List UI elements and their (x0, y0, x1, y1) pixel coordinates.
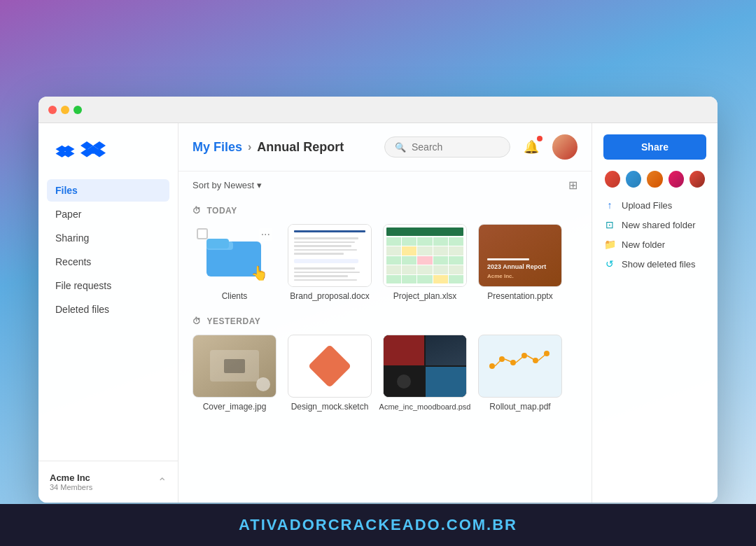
dropbox-logo-icon (52, 137, 78, 162)
content-header: My Files › Annual Report 🔍 🔔 (178, 123, 592, 172)
sidebar-item-recents[interactable]: Recents (47, 251, 169, 273)
moodboard-thumb (383, 335, 467, 398)
breadcrumb-current: Annual Report (257, 140, 344, 155)
svg-rect-8 (206, 239, 229, 248)
file-card-project-plan[interactable]: Project_plan.xlsx (383, 224, 467, 302)
title-bar (38, 97, 718, 123)
shared-folder-icon: ⊡ (603, 218, 616, 231)
file-card-rollout-map[interactable]: Rollout_map.pdf (478, 335, 562, 413)
collaborator-avatar-4 (667, 169, 685, 189)
collaborator-avatar-3 (645, 169, 664, 189)
app-body: Files Paper Sharing Recents File request… (38, 123, 718, 503)
search-icon: 🔍 (395, 142, 406, 153)
breadcrumb-separator: › (248, 141, 251, 153)
notification-badge (537, 136, 542, 141)
breadcrumb-parent[interactable]: My Files (192, 140, 242, 155)
workspace-info: Acme Inc 34 Members (50, 472, 92, 491)
search-input[interactable] (412, 141, 496, 153)
folder-icon (206, 233, 262, 279)
user-avatar[interactable] (552, 134, 578, 160)
sort-chevron-icon: ▾ (257, 180, 262, 190)
file-card-brand-proposal[interactable]: Brand_proposal.docx (288, 224, 372, 302)
section-yesterday: ⏱ YESTERDAY (192, 316, 578, 326)
sort-label: Sort by Newest (192, 180, 254, 190)
file-card-clients[interactable]: ··· 👆 Clients (192, 224, 276, 302)
sidebar-footer: Acme Inc 34 Members ⌃ (38, 461, 178, 503)
file-name-rollout-map: Rollout_map.pdf (489, 402, 550, 413)
file-name-moodboard: Acme_inc_moodboard.psd (379, 402, 471, 412)
svg-point-13 (510, 360, 516, 365)
file-card-design-mock[interactable]: Design_mock.sketch (288, 335, 372, 413)
close-button[interactable] (48, 106, 57, 114)
section-clock-icon: ⏱ (192, 206, 202, 216)
content-toolbar: Sort by Newest ▾ ⊞ (178, 172, 592, 199)
project-plan-thumb (383, 224, 467, 287)
upload-files-action[interactable]: ↑ Upload Files (603, 199, 706, 211)
upload-files-label: Upload Files (622, 200, 672, 211)
file-name-brand-proposal: Brand_proposal.docx (290, 291, 369, 302)
breadcrumb: My Files › Annual Report (192, 140, 344, 155)
file-card-moodboard[interactable]: Acme_inc_moodboard.psd (383, 335, 467, 413)
brand-proposal-thumb (288, 224, 372, 287)
sidebar-item-deleted-files[interactable]: Deleted files (47, 298, 169, 321)
new-shared-folder-action[interactable]: ⊡ New shared folder (603, 218, 706, 231)
sidebar-navigation: Files Paper Sharing Recents File request… (38, 179, 178, 461)
notifications-button[interactable]: 🔔 (519, 134, 544, 160)
workspace-chevron-icon[interactable]: ⌃ (158, 475, 167, 489)
deleted-files-icon: ↺ (603, 258, 616, 270)
sidebar-item-files[interactable]: Files (47, 179, 169, 202)
file-name-project-plan: Project_plan.xlsx (393, 291, 457, 302)
yesterday-file-grid: Cover_image.jpg Design_mock.sketch (192, 335, 578, 413)
panel-actions: ↑ Upload Files ⊡ New shared folder 📁 New… (603, 199, 706, 270)
file-name-clients: Clients (222, 291, 248, 302)
sidebar-item-file-requests[interactable]: File requests (47, 274, 169, 297)
clients-more-icon[interactable]: ··· (259, 228, 272, 241)
view-toggle-button[interactable]: ⊞ (568, 178, 578, 192)
upload-icon: ↑ (603, 199, 616, 211)
file-card-presentation[interactable]: 2023 Annual Report Acme Inc. Presentatio… (478, 224, 562, 302)
workspace-name: Acme Inc (50, 472, 92, 483)
sort-button[interactable]: Sort by Newest ▾ (192, 180, 262, 190)
section-yesterday-label: YESTERDAY (207, 316, 261, 326)
design-mock-thumb (288, 335, 372, 398)
new-folder-icon: 📁 (603, 238, 616, 251)
file-card-cover-image[interactable]: Cover_image.jpg (192, 335, 276, 413)
sidebar: Files Paper Sharing Recents File request… (38, 123, 178, 503)
rollout-chart-svg (485, 345, 555, 387)
maximize-button[interactable] (74, 106, 82, 114)
bottom-banner-text: ATIVADORCRACKEADO.COM.BR (239, 516, 517, 534)
minimize-button[interactable] (61, 106, 69, 114)
svg-point-9 (489, 363, 495, 369)
section-today-label: TODAY (207, 206, 237, 216)
file-name-cover-image: Cover_image.jpg (203, 402, 267, 413)
svg-point-15 (522, 353, 527, 358)
clients-checkbox[interactable] (197, 228, 208, 239)
clients-folder-thumb: ··· 👆 (192, 224, 276, 287)
traffic-lights (48, 106, 82, 114)
dropbox-icon (80, 137, 106, 162)
svg-point-17 (533, 358, 538, 363)
collaborator-avatar-2 (624, 169, 643, 189)
collaborators-avatars (603, 169, 706, 189)
right-panel: Share ↑ Upload Files ⊡ New shared folder (592, 123, 718, 503)
main-content: My Files › Annual Report 🔍 🔔 (178, 123, 592, 503)
sidebar-logo (38, 137, 178, 179)
show-deleted-action[interactable]: ↺ Show deleted files (603, 258, 706, 270)
section-today: ⏱ TODAY (192, 206, 578, 216)
new-folder-action[interactable]: 📁 New folder (603, 238, 706, 251)
section-clock-icon-2: ⏱ (192, 316, 202, 326)
sidebar-item-sharing[interactable]: Sharing (47, 227, 169, 249)
svg-point-19 (544, 351, 550, 356)
sidebar-item-paper[interactable]: Paper (47, 203, 169, 225)
new-shared-folder-label: New shared folder (622, 220, 696, 230)
workspace-members: 34 Members (50, 483, 92, 491)
file-name-design-mock: Design_mock.sketch (291, 402, 369, 413)
file-name-presentation: Presentation.pptx (487, 291, 552, 302)
rollout-map-thumb (478, 335, 562, 398)
search-bar[interactable]: 🔍 (384, 136, 510, 158)
presentation-thumb: 2023 Annual Report Acme Inc. (478, 224, 562, 287)
new-folder-label: New folder (622, 239, 665, 250)
share-button[interactable]: Share (603, 134, 706, 160)
show-deleted-label: Show deleted files (622, 259, 696, 270)
svg-point-11 (499, 356, 505, 362)
